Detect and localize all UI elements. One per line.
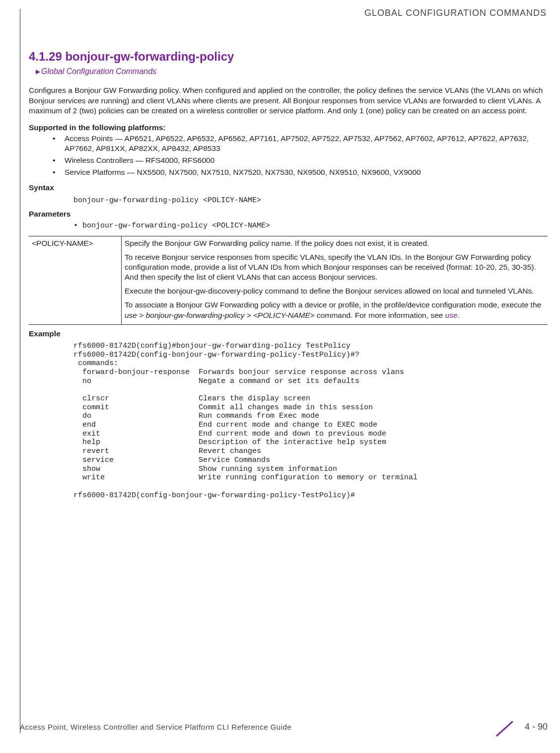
breadcrumb-text: Global Configuration Commands (41, 67, 156, 75)
p4-post: . (458, 311, 460, 319)
use-link[interactable]: use (445, 311, 458, 319)
parameters-bullet: • bonjour-gw-forwarding-policy <POLICY-N… (73, 221, 548, 231)
example-block: rfs6000-81742D(config)#bonjour-gw-forwar… (73, 342, 548, 500)
supported-heading: Supported in the following platforms: (29, 123, 548, 133)
platforms-list: Access Points — AP6521, AP6522, AP6532, … (29, 134, 548, 178)
p4-cmd: use > bonjour-gw-forwarding-policy > <PO… (125, 311, 315, 319)
footer-doc-title: Access Point, Wireless Controller and Se… (20, 722, 291, 732)
param-desc-cell: Specify the Bonjour GW Forwarding policy… (122, 236, 548, 324)
running-header: GLOBAL CONFIGURATION COMMANDS (29, 7, 548, 19)
parameters-heading: Parameters (29, 209, 548, 219)
param-name-cell: <POLICY-NAME> (29, 236, 122, 324)
p4-pre: To associate a Bonjour GW Forwarding pol… (125, 301, 541, 309)
platform-item: Access Points — AP6521, AP6522, AP6532, … (53, 134, 548, 153)
section-name: bonjour-gw-forwarding-policy (65, 50, 234, 63)
param-desc-p3: Execute the bonjour-gw-discovery-policy … (125, 286, 544, 296)
breadcrumb-arrow-icon: ▶ (36, 68, 40, 75)
page-number: 4 - 90 (525, 721, 548, 733)
platform-item: Wireless Controllers — RFS4000, RFS6000 (53, 155, 548, 165)
param-desc-p2: To receive Bonjour service responses fro… (125, 252, 544, 282)
breadcrumb[interactable]: ▶Global Configuration Commands (29, 67, 548, 77)
page-body: GLOBAL CONFIGURATION COMMANDS 4.1.29 bon… (20, 9, 548, 733)
parameters-table: <POLICY-NAME> Specify the Bonjour GW For… (29, 236, 548, 325)
intro-paragraph: Configures a Bonjour GW Forwarding polic… (29, 85, 548, 115)
footer-slash-icon (496, 718, 520, 736)
p4-mid: command. For more information, see (315, 311, 445, 319)
example-heading: Example (29, 329, 548, 339)
syntax-heading: Syntax (29, 183, 548, 193)
section-title: 4.1.29 bonjour-gw-forwarding-policy (29, 49, 548, 64)
param-desc-p1: Specify the Bonjour GW Forwarding policy… (125, 238, 544, 248)
syntax-line: bonjour-gw-forwarding-policy <POLICY-NAM… (73, 196, 548, 206)
parameters-bullet-text: bonjour-gw-forwarding-policy <POLICY-NAM… (82, 222, 270, 230)
param-desc-p4: To associate a Bonjour GW Forwarding pol… (125, 300, 544, 320)
table-row: <POLICY-NAME> Specify the Bonjour GW For… (29, 236, 548, 324)
platform-item: Service Platforms — NX5500, NX7500, NX75… (53, 167, 548, 177)
page-footer: Access Point, Wireless Controller and Se… (20, 718, 548, 736)
section-number: 4.1.29 (29, 50, 62, 63)
